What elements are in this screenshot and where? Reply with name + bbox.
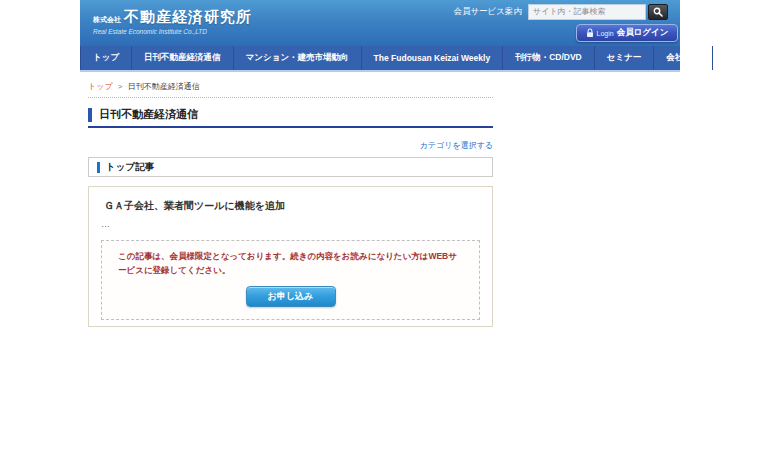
- nav-item-daily-news[interactable]: 日刊不動産経済通信: [132, 46, 234, 70]
- site-logo[interactable]: 株式会社 不動産経済研究所 Real Estate Economic Insti…: [93, 8, 252, 35]
- article-teaser: …: [101, 219, 480, 229]
- header-utility-row: 会員サービス案内: [453, 3, 668, 20]
- title-accent-bar: [88, 108, 92, 122]
- breadcrumb-separator: >: [118, 82, 123, 91]
- member-service-link[interactable]: 会員サービス案内: [453, 6, 522, 18]
- section-header-top-articles: トップ記事: [88, 157, 493, 177]
- nav-item-company-info[interactable]: 会社情報: [654, 46, 713, 70]
- apply-button[interactable]: お申し込み: [246, 286, 336, 307]
- section-accent-bar: [97, 162, 100, 173]
- logo-title-row: 株式会社 不動産経済研究所: [93, 8, 252, 27]
- notice-text: この記事は、会員様限定となっております。続きの内容をお読みになりたい方はWEBサ…: [118, 249, 463, 277]
- article-title: ＧＡ子会社、業者間ツールに機能を追加: [101, 199, 480, 213]
- page-title-text: 日刊不動産経済通信: [99, 107, 198, 122]
- company-name-english: Real Estate Economic Institute Co.,LTD: [93, 28, 252, 35]
- main-nav: トップ 日刊不動産経済通信 マンション・建売市場動向 The Fudousan …: [80, 46, 680, 72]
- breadcrumb-home-link[interactable]: トップ: [88, 82, 113, 91]
- nav-item-mansion-market[interactable]: マンション・建売市場動向: [234, 46, 362, 70]
- company-prefix: 株式会社: [93, 15, 121, 25]
- nav-item-publications-cd-dvd[interactable]: 刊行物・CD/DVD: [503, 46, 595, 70]
- login-label-jp: 会員ログイン: [617, 27, 669, 39]
- breadcrumb: トップ > 日刊不動産経済通信: [88, 81, 493, 98]
- search-icon: [653, 7, 663, 17]
- search-input[interactable]: [528, 4, 646, 20]
- lock-icon: [586, 28, 594, 38]
- article-card: ＧＡ子会社、業者間ツールに機能を追加 … この記事は、会員様限定となっております…: [88, 186, 493, 327]
- category-row: カテゴリを選択する: [88, 134, 493, 152]
- breadcrumb-current: 日刊不動産経済通信: [128, 82, 200, 91]
- site-container: 株式会社 不動産経済研究所 Real Estate Economic Insti…: [80, 0, 680, 327]
- search-button[interactable]: [648, 4, 668, 20]
- content-area: トップ > 日刊不動産経済通信 日刊不動産経済通信 カテゴリを選択する トップ記…: [80, 72, 680, 327]
- main-column: 日刊不動産経済通信 カテゴリを選択する トップ記事 ＧＡ子会社、業者間ツールに機…: [88, 107, 493, 327]
- category-select-link[interactable]: カテゴリを選択する: [420, 141, 493, 150]
- member-only-notice: この記事は、会員様限定となっております。続きの内容をお読みになりたい方はWEBサ…: [101, 240, 480, 320]
- nav-item-fudousan-keizai-weekly[interactable]: The Fudousan Keizai Weekly: [362, 46, 504, 70]
- nav-item-seminar[interactable]: セミナー: [595, 46, 655, 70]
- page-title: 日刊不動産経済通信: [88, 107, 493, 128]
- login-row: Login 会員ログイン: [576, 24, 678, 42]
- company-name: 不動産経済研究所: [124, 8, 252, 27]
- login-button[interactable]: Login 会員ログイン: [576, 24, 678, 42]
- section-title: トップ記事: [106, 161, 154, 174]
- login-label-en: Login: [597, 30, 614, 37]
- site-header: 株式会社 不動産経済研究所 Real Estate Economic Insti…: [80, 0, 680, 46]
- nav-item-top[interactable]: トップ: [80, 46, 132, 70]
- page: 株式会社 不動産経済研究所 Real Estate Economic Insti…: [0, 0, 760, 456]
